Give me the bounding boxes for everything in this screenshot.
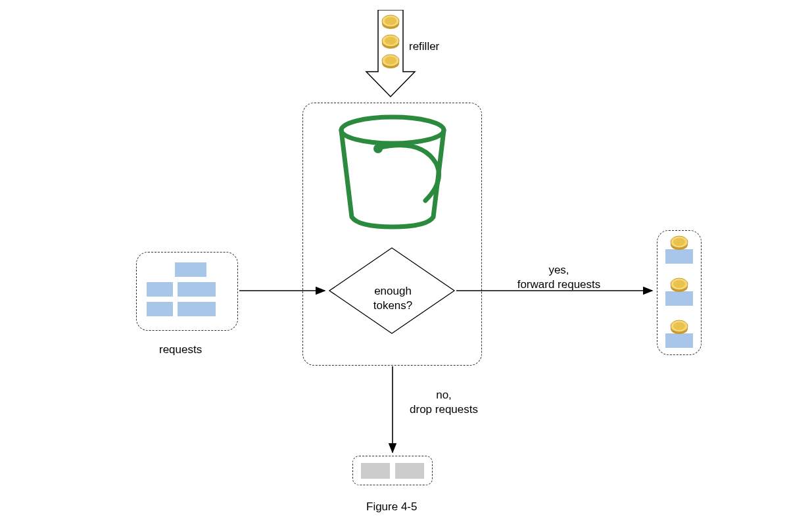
svg-point-4: [373, 144, 383, 153]
svg-point-3: [341, 117, 444, 143]
token-bucket-diagram: refiller enough tokens? requests: [0, 0, 789, 532]
figure-caption: Figure 4-5: [366, 500, 417, 514]
request-block: [147, 282, 173, 297]
no-text: no,: [436, 389, 452, 401]
request-block: [175, 262, 206, 277]
token-icon: [670, 234, 690, 253]
dropped-block: [395, 463, 424, 479]
yes-label: yes, forward requests: [506, 263, 611, 292]
request-block: [147, 302, 173, 316]
requests-label: requests: [159, 343, 202, 357]
token-icon: [670, 318, 690, 337]
request-block: [178, 302, 216, 316]
drop-text: drop requests: [410, 403, 478, 416]
decision-label: enough tokens?: [355, 284, 431, 313]
dropped-block: [361, 463, 390, 479]
refiller-label: refiller: [409, 39, 439, 54]
request-block: [178, 282, 216, 297]
dropped-container: [352, 456, 433, 485]
no-label: no, drop requests: [401, 388, 487, 417]
yes-text: yes,: [548, 264, 569, 276]
forward-text: forward requests: [517, 278, 601, 291]
refiller-coins: [381, 13, 401, 79]
token-icon: [670, 276, 690, 295]
bucket-icon: [332, 112, 454, 230]
requests-container: [136, 252, 238, 331]
